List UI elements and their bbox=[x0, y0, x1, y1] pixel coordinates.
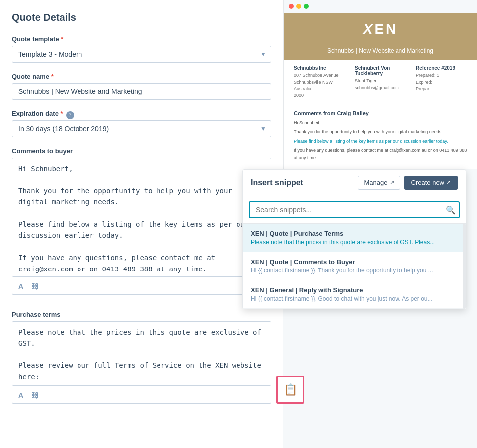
preview-subtitle-text: Schnubbs | New Website and Marketing bbox=[294, 47, 467, 54]
snippet-item-preview-1: Hi {{ contact.firstname }}, Thank you fo… bbox=[251, 267, 458, 274]
purchase-link-button[interactable]: ⛓ bbox=[29, 390, 40, 400]
link-button[interactable]: ⛓ bbox=[29, 281, 40, 291]
preview-contact-col: Schnubert Von Tuckleberry Stunt Tiger sc… bbox=[355, 65, 406, 99]
purchase-snippet-container: 📋 bbox=[276, 376, 304, 404]
comments-label: Comments to buyer bbox=[12, 147, 271, 155]
snippet-list: XEN | Quote | Purchase Terms Please note… bbox=[243, 224, 466, 309]
logo-en: EN bbox=[374, 21, 398, 37]
preview-ref-col: Reference #2019 Prepared: 1 Expired: Pre… bbox=[416, 65, 467, 99]
snippet-item-2[interactable]: XEN | General | Reply with Signature Hi … bbox=[243, 280, 466, 309]
preview-header: XEN bbox=[284, 13, 477, 45]
snippet-item-preview-2: Hi {{ contact.firstname }}, Good to chat… bbox=[251, 295, 458, 302]
comment-line3: Please find below a listing of the key i… bbox=[294, 138, 467, 145]
comments-textarea-wrapper: Hi Schnubert, Thank you for the opportun… bbox=[12, 158, 271, 295]
page-title: Quote Details bbox=[12, 12, 271, 23]
dot-red bbox=[289, 4, 294, 9]
quote-name-label: Quote name * bbox=[12, 73, 271, 80]
snippet-search-input[interactable] bbox=[249, 201, 460, 218]
comments-toolbar: A ⛓ bbox=[12, 278, 271, 295]
expiration-label: Expiration date * bbox=[12, 110, 63, 117]
purchase-textarea[interactable]: Please note that the prices in this quot… bbox=[12, 321, 271, 386]
comments-textarea[interactable]: Hi Schnubert, Thank you for the opportun… bbox=[12, 158, 271, 277]
purchase-toolbar: A ⛓ bbox=[12, 387, 271, 404]
preview-comments: Comments from Craig Bailey Hi Schnubert,… bbox=[284, 104, 477, 169]
snippet-popup: Insert snippet Manage ↗ Create new ↗ 🔍 X… bbox=[242, 169, 466, 309]
snippet-item-title-2: XEN | General | Reply with Signature bbox=[251, 286, 458, 294]
template-select[interactable]: Template 3 - Modern bbox=[12, 46, 271, 63]
preview-logo: XEN bbox=[363, 21, 398, 37]
preview-window-dots bbox=[284, 0, 477, 13]
purchase-textarea-wrapper: Please note that the prices in this quot… bbox=[12, 321, 271, 404]
dot-green bbox=[304, 4, 309, 9]
snippet-popup-actions: Manage ↗ Create new ↗ bbox=[358, 176, 458, 190]
preview-subtitle: Schnubbs | New Website and Marketing bbox=[284, 45, 477, 60]
bold-button[interactable]: A bbox=[16, 281, 25, 291]
contact-name: Schnubert Von Tuckleberry bbox=[355, 65, 406, 76]
purchase-bold-button[interactable]: A bbox=[16, 390, 25, 400]
purchase-snippet-button[interactable]: 📋 bbox=[276, 376, 304, 404]
comment-line4: If you have any questions, please contac… bbox=[294, 147, 467, 161]
snippet-item-title-0: XEN | Quote | Purchase Terms bbox=[251, 230, 458, 237]
snippet-item-title-1: XEN | Quote | Comments to Buyer bbox=[251, 258, 458, 266]
expiration-group: Expiration date * ? In 30 days (18 Octob… bbox=[12, 110, 271, 137]
snippet-item-0[interactable]: XEN | Quote | Purchase Terms Please note… bbox=[243, 224, 466, 252]
company-name: Schnubbs Inc bbox=[294, 65, 345, 71]
quote-name-input[interactable] bbox=[12, 83, 271, 100]
company-address: 007 Schnubbe Avenue Schnubbsville NSW Au… bbox=[294, 72, 345, 99]
comment-from: Comments from Craig Bailey bbox=[294, 110, 467, 116]
create-new-button[interactable]: Create new ↗ bbox=[404, 176, 458, 190]
purchase-snippet-icon: 📋 bbox=[284, 383, 297, 396]
ref-info: Prepared: 1 Expired: Prepar bbox=[416, 72, 467, 92]
expiration-select[interactable]: In 30 days (18 October 2019) bbox=[12, 120, 271, 137]
snippet-item-preview-0: Please note that the prices in this quot… bbox=[251, 239, 458, 246]
quote-preview: XEN Schnubbs | New Website and Marketing… bbox=[283, 0, 477, 169]
dot-yellow bbox=[296, 4, 301, 9]
template-select-wrapper: Template 3 - Modern ▼ bbox=[12, 46, 271, 63]
expiration-info-icon[interactable]: ? bbox=[66, 111, 74, 119]
snippet-list-scrollbar[interactable] bbox=[463, 224, 466, 309]
manage-external-icon: ↗ bbox=[390, 179, 394, 186]
snippet-item-1[interactable]: XEN | Quote | Comments to Buyer Hi {{ co… bbox=[243, 252, 466, 280]
snippet-popup-header: Insert snippet Manage ↗ Create new ↗ bbox=[243, 170, 466, 196]
create-external-icon: ↗ bbox=[446, 179, 451, 186]
snippet-search-container: 🔍 bbox=[243, 196, 466, 224]
snippet-popup-title: Insert snippet bbox=[251, 179, 303, 187]
comment-line2: Thank you for the opportunity to help yo… bbox=[294, 128, 467, 135]
purchase-label: Purchase terms bbox=[12, 311, 271, 318]
quote-template-group: Quote template * Template 3 - Modern ▼ bbox=[12, 35, 271, 63]
template-label: Quote template * bbox=[12, 35, 271, 43]
logo-x: X bbox=[363, 21, 375, 37]
manage-button[interactable]: Manage ↗ bbox=[358, 176, 400, 190]
comment-line1: Hi Schnubert, bbox=[294, 119, 467, 126]
contact-info: Stunt Tiger schnubbs@gmail.com bbox=[355, 78, 406, 91]
preview-info: Schnubbs Inc 007 Schnubbe Avenue Schnubb… bbox=[284, 60, 477, 104]
ref-title: Reference #2019 bbox=[416, 65, 467, 71]
snippet-search-button[interactable]: 🔍 bbox=[446, 205, 456, 215]
preview-company-col: Schnubbs Inc 007 Schnubbe Avenue Schnubb… bbox=[294, 65, 345, 99]
comments-group: Comments to buyer Hi Schnubert, Thank yo… bbox=[12, 147, 271, 295]
expiration-select-wrapper: In 30 days (18 October 2019) ▼ bbox=[12, 120, 271, 137]
quote-name-group: Quote name * bbox=[12, 73, 271, 100]
purchase-terms-group: Purchase terms Please note that the pric… bbox=[12, 311, 271, 404]
